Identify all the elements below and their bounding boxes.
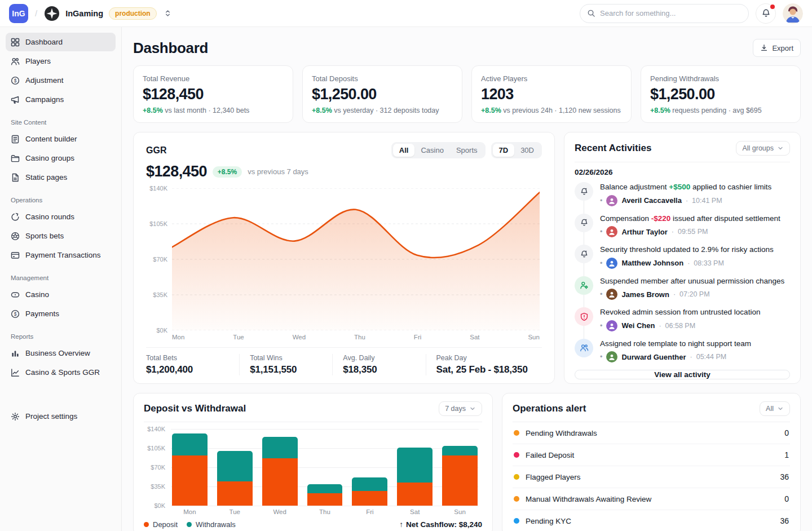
sidebar-item-label: Casino bbox=[25, 290, 49, 299]
x-tick-label: Thu bbox=[354, 334, 365, 340]
stat-note: +8.5% requests pending · avg $695 bbox=[650, 107, 791, 114]
ggr-source-tabs: All Casino Sports bbox=[391, 142, 486, 158]
avatar bbox=[606, 226, 617, 237]
activity-user: Arthur Taylor bbox=[621, 228, 667, 236]
sidebar-item-label: Static pages bbox=[25, 173, 67, 182]
stat-label: Pending Withdrawals bbox=[650, 74, 791, 83]
bar-x-axis: MonTueWedThuFriSatSun bbox=[171, 508, 479, 515]
sidebar-item-payment-transactions[interactable]: Payment Transactions bbox=[6, 246, 116, 264]
refresh-icon bbox=[11, 213, 20, 222]
sidebar-item-business-overview[interactable]: Business Overview bbox=[6, 344, 116, 362]
shield-alert-icon bbox=[575, 307, 593, 326]
operations-alert-panel: Operations alert All Pending Withdrawals… bbox=[502, 393, 801, 531]
alert-row-manual-withdrawals[interactable]: Manual Withdrawals Awaiting Review 0 bbox=[513, 488, 790, 510]
ggr-x-axis: MonTueWedThuFriSatSun bbox=[172, 334, 540, 340]
status-dot bbox=[514, 430, 519, 436]
arrow-up-icon: ↑ bbox=[399, 520, 403, 529]
legend-dot-withdrawals bbox=[187, 522, 192, 527]
bell-icon bbox=[575, 214, 593, 232]
withdrawals-segment bbox=[442, 446, 478, 455]
ggr-delta-badge: +8.5% bbox=[213, 166, 242, 178]
ggr-footer-stats: Total Bets $1,200,400 Total Wins $1,151,… bbox=[146, 347, 542, 375]
global-search[interactable] bbox=[580, 4, 749, 23]
chart-legend: Deposit Withdrawals bbox=[144, 520, 236, 529]
sidebar-item-label: Project settings bbox=[25, 412, 77, 421]
tab-all[interactable]: All bbox=[393, 144, 415, 157]
org-switcher-unfold-icon[interactable] bbox=[162, 8, 173, 19]
sidebar-item-label: Casino rounds bbox=[25, 213, 74, 221]
operations-filter-select[interactable]: All bbox=[760, 401, 790, 416]
notifications-button[interactable] bbox=[756, 3, 776, 24]
sidebar-item-casino-sports-ggr[interactable]: Casino & Sports GGR bbox=[6, 363, 116, 382]
avatar bbox=[606, 195, 617, 206]
sidebar-item-campaigns[interactable]: Campaigns bbox=[6, 90, 116, 109]
withdrawals-segment bbox=[352, 477, 387, 491]
status-dot bbox=[514, 452, 519, 458]
sidebar: Dashboard Players $ Adjustment Campaigns… bbox=[0, 27, 122, 531]
activity-text: Compensation -$220 issued after disputed… bbox=[600, 214, 780, 224]
sidebar-item-project-settings[interactable]: Project settings bbox=[6, 407, 116, 426]
stat-card-total-deposits: Total Deposits $1,250.00 +8.5% vs yester… bbox=[302, 65, 462, 123]
meta-separator: · bbox=[687, 259, 690, 267]
activity-user: Averil Caccavella bbox=[621, 196, 681, 205]
activities-list: Balance adjustment +$500 applied to cash… bbox=[575, 182, 790, 370]
bar-thu bbox=[307, 429, 343, 506]
tab-30d[interactable]: 30D bbox=[514, 144, 540, 157]
tab-7d[interactable]: 7D bbox=[493, 144, 515, 157]
tab-sports[interactable]: Sports bbox=[450, 144, 484, 157]
sidebar-item-casino-rounds[interactable]: Casino rounds bbox=[6, 207, 116, 226]
page-title: Dashboard bbox=[133, 39, 208, 57]
stat-value: $1,250.00 bbox=[650, 86, 791, 103]
app-logo[interactable]: InG bbox=[9, 4, 28, 23]
alert-count: 1 bbox=[784, 450, 789, 459]
topbar-right bbox=[580, 3, 803, 24]
sidebar-item-label: Content builder bbox=[25, 135, 77, 143]
users-icon bbox=[575, 339, 593, 357]
tab-casino[interactable]: Casino bbox=[414, 144, 449, 157]
deposit-range-select[interactable]: 7 days bbox=[439, 401, 482, 416]
withdrawals-segment bbox=[217, 451, 253, 481]
sidebar-item-label: Adjustment bbox=[25, 76, 64, 85]
user-avatar[interactable] bbox=[783, 3, 803, 24]
alert-row-pending-withdrawals[interactable]: Pending Withdrawals 0 bbox=[513, 422, 790, 444]
org-name: InGaming bbox=[65, 9, 103, 18]
activity-text: Suspended member after unusual permissio… bbox=[600, 276, 784, 286]
avatar bbox=[606, 320, 617, 331]
sidebar-item-sports-bets[interactable]: Sports bets bbox=[6, 227, 116, 245]
sidebar-item-casino-groups[interactable]: Casino groups bbox=[6, 149, 116, 167]
y-tick-label: $105K bbox=[144, 445, 165, 452]
folder-icon bbox=[11, 154, 20, 163]
deposit-segment bbox=[172, 455, 208, 506]
sidebar-item-payments[interactable]: $ Payments bbox=[6, 304, 116, 323]
sidebar-item-players[interactable]: Players bbox=[6, 52, 116, 70]
sidebar-item-static-pages[interactable]: Static pages bbox=[6, 168, 116, 187]
alert-row-flagged-players[interactable]: Flagged Players 36 bbox=[513, 466, 790, 488]
stat-value: 1203 bbox=[481, 86, 622, 103]
withdrawals-segment bbox=[307, 484, 343, 493]
search-input[interactable] bbox=[600, 9, 742, 17]
stat-label: Total Deposits bbox=[312, 74, 453, 83]
ggr-chart: $0K$35K$70K$105K$140K bbox=[146, 188, 542, 330]
sidebar-item-label: Dashboard bbox=[25, 38, 63, 46]
view-all-activity-button[interactable]: View all activity bbox=[575, 370, 790, 379]
stat-value: $1,250.00 bbox=[312, 86, 453, 103]
alert-row-pending-kyc[interactable]: Pending KYC 36 bbox=[513, 510, 790, 531]
sidebar-item-dashboard[interactable]: Dashboard bbox=[6, 33, 116, 51]
deposit-segment bbox=[442, 455, 478, 506]
sidebar-item-label: Sports bets bbox=[25, 232, 64, 240]
export-button[interactable]: Export bbox=[753, 39, 801, 57]
sidebar-item-content-builder[interactable]: Content builder bbox=[6, 130, 116, 148]
bullet: • bbox=[600, 353, 602, 361]
activity-user: Matthew Johnson bbox=[621, 259, 683, 267]
chevron-down-icon bbox=[777, 405, 784, 412]
activities-group-filter[interactable]: All groups bbox=[736, 141, 790, 156]
app-body: Dashboard Players $ Adjustment Campaigns… bbox=[0, 27, 812, 531]
alert-row-failed-deposit[interactable]: Failed Deposit 1 bbox=[513, 444, 790, 466]
avatar bbox=[606, 351, 617, 362]
bar-wed bbox=[262, 429, 298, 506]
deposit-segment bbox=[262, 458, 298, 506]
sidebar-section-management: Management bbox=[11, 275, 111, 281]
meta-separator: · bbox=[673, 290, 676, 298]
sidebar-item-casino[interactable]: Casino bbox=[6, 285, 116, 304]
sidebar-item-adjustment[interactable]: $ Adjustment bbox=[6, 71, 116, 90]
